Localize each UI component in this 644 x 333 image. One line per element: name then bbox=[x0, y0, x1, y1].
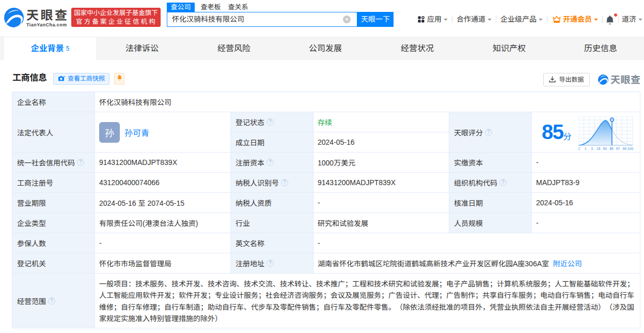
svg-text:3: 3 bbox=[591, 147, 593, 150]
svg-text:85: 85 bbox=[609, 147, 614, 150]
svg-text:99: 99 bbox=[622, 147, 626, 150]
svg-text:0: 0 bbox=[578, 147, 580, 150]
svg-text:1: 1 bbox=[585, 147, 587, 150]
svg-text:50: 50 bbox=[603, 147, 607, 150]
svg-text:100: 100 bbox=[627, 147, 634, 150]
svg-text:15: 15 bbox=[596, 147, 601, 150]
svg-text:97: 97 bbox=[616, 147, 620, 150]
